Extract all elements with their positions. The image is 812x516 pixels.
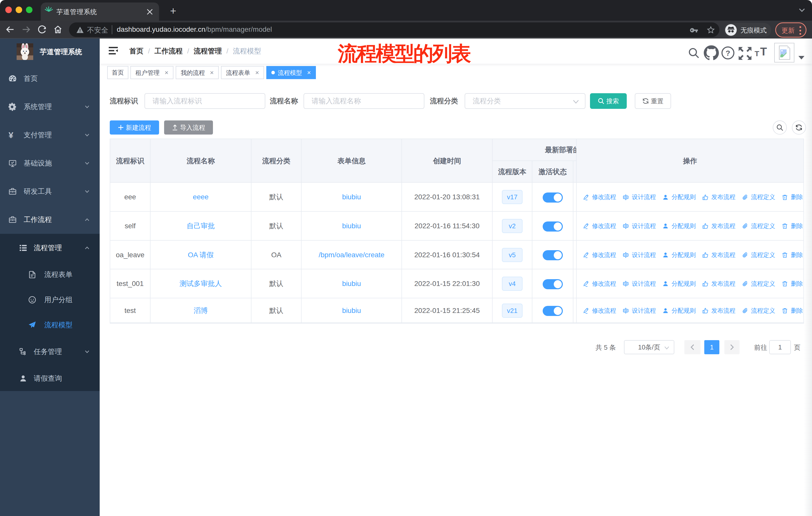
svg-text:?: ? [726,49,730,57]
